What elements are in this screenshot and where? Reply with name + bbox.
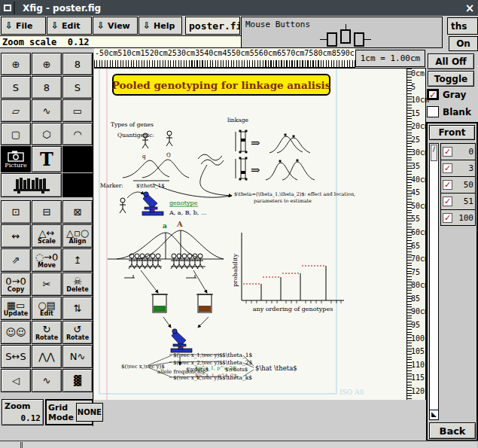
arc-button[interactable]: ◠ — [62, 123, 93, 145]
blank-checkbox[interactable] — [427, 106, 439, 117]
depth-row[interactable]: ✓ 3 — [440, 160, 476, 176]
marker-label: Marker: — [100, 182, 123, 189]
depth-scrollbar[interactable]: ∕ ◣ — [429, 143, 439, 420]
depths-on-button[interactable]: On — [449, 36, 478, 51]
arc-point-button[interactable]: ◁ — [1, 369, 31, 392]
depth-scrollbar-thumb[interactable]: ∕ — [431, 145, 437, 161]
horizontal-scrollbar[interactable] — [0, 440, 478, 448]
hruler-label: -5 — [95, 49, 104, 57]
stick-figure — [120, 198, 126, 213]
convert-spline-button[interactable]: N∿ — [62, 345, 93, 368]
drawing-modes: ⊕ ⊕ 8 S 8 S ▱ ∿ ▭ ▢ ⬡ ◠ — [0, 53, 93, 145]
ellipse-radius-button[interactable]: ⊕ — [1, 53, 31, 75]
library-books-icon — [13, 176, 50, 194]
hruler-label: 20cm — [150, 49, 168, 57]
glue-compound-button[interactable]: ⊡ — [1, 200, 31, 224]
depth-value: 100 — [454, 213, 473, 223]
open-interp-spline-button[interactable]: S — [62, 76, 93, 99]
pulldown-arrow-icon: ⇩ — [5, 20, 13, 31]
depth-checkbox[interactable]: ✓ — [443, 180, 452, 190]
scale-compound-button[interactable]: ⊠ — [62, 200, 93, 224]
depth-row[interactable]: ✓ 50 — [440, 176, 476, 193]
text-mode-button[interactable]: T — [32, 146, 62, 172]
fill-style-button[interactable]: ▓ — [62, 369, 93, 392]
zoom-setting-button[interactable]: Zoom 0.12 — [2, 399, 44, 425]
back-button[interactable]: Back — [429, 422, 476, 439]
menu-view[interactable]: ⇩ View — [93, 17, 138, 35]
camera-icon — [8, 151, 24, 162]
hruler-label: 70cm — [286, 49, 304, 57]
update-button[interactable]: ▦▭ Update — [1, 297, 31, 320]
figures-tool-button[interactable]: ☺☺ — [1, 321, 31, 344]
depth-row[interactable]: ✓ 0 — [440, 143, 476, 160]
closed-interp-spline-button[interactable]: 8 — [32, 76, 62, 99]
break-compound-button[interactable]: ⊟ — [32, 200, 62, 224]
scale-button[interactable]: △↔ Scale — [32, 224, 62, 248]
hruler-label: 55 — [250, 49, 259, 57]
mouse-right-button-icon — [354, 32, 364, 47]
rotate-ccw-button[interactable]: ↺ Rotate — [62, 321, 93, 344]
box-button[interactable]: ▭ — [62, 99, 93, 122]
all-off-button[interactable]: All Off — [428, 53, 474, 69]
close-button[interactable]: × — [461, 2, 478, 15]
hscroll-thumb[interactable] — [22, 442, 477, 448]
depth-checkbox[interactable]: ✓ — [443, 197, 452, 206]
polyline-button[interactable]: ∿ — [32, 99, 62, 122]
toggle-button[interactable]: Toggle — [428, 71, 474, 87]
depth-checkbox[interactable]: ✓ — [443, 147, 452, 157]
open-spline-button[interactable]: S — [1, 76, 31, 99]
depth-row[interactable]: ✓ 100 — [440, 209, 476, 226]
delete-button[interactable]: ☠ Delete — [62, 273, 93, 296]
depth-scrollbar-down-icon[interactable]: ◣ — [430, 410, 438, 419]
copy-button[interactable]: 0→0 Copy — [1, 273, 31, 296]
drawing-canvas[interactable]: ISO A0 Pooled genotyping for linkage ana… — [94, 68, 406, 400]
scale-indicator: 1cm = 1.00cm — [355, 50, 425, 67]
window-menu-button[interactable] — [2, 2, 15, 14]
horizontal-ruler[interactable]: -50cm510cm1520cm2530cm3540cm4550cm5560cm… — [94, 48, 355, 68]
gray-label: Gray — [443, 90, 466, 100]
hruler-label: 0cm — [104, 49, 117, 57]
hruler-label: 90c — [341, 49, 355, 57]
depth-checkbox[interactable]: ✓ — [443, 213, 452, 223]
regular-polygon-button[interactable]: ⬡ — [32, 123, 62, 145]
linkage-label: linkage — [227, 117, 248, 123]
shift-point-button[interactable]: ⇗ — [1, 248, 31, 272]
beaker-green-icon — [151, 294, 168, 312]
raise-button[interactable]: ↥ — [62, 248, 93, 272]
svg-text:q: q — [142, 154, 146, 160]
mouse-left-button-icon — [327, 32, 337, 47]
theta-note-line2: parameters to estimate — [254, 198, 312, 204]
blank-label: Blank — [443, 107, 471, 117]
gray-checkbox[interactable]: ✓ — [427, 89, 439, 100]
library-mode-button[interactable] — [1, 173, 62, 197]
vertical-ruler[interactable]: 0cm510cm1520cm2530cm3540cm4550cm5560cm65… — [406, 68, 426, 400]
stretch-button[interactable]: S↔S — [1, 345, 31, 368]
zoom-value: 0.12 — [5, 413, 41, 423]
closed-polyline-button[interactable]: ▱ — [1, 99, 31, 122]
rotate-cw-button[interactable]: ↻ Rotate — [32, 321, 62, 344]
ellipse-diameter-button[interactable]: ⊕ — [32, 53, 62, 75]
move-point-button[interactable]: ↭ — [1, 224, 31, 248]
grid-mode-value: NONE — [76, 403, 103, 422]
hruler-label: 40cm — [204, 49, 222, 57]
grid-mode-button[interactable]: GridMode NONE — [45, 399, 93, 425]
closed-spline-button[interactable]: 8 — [62, 53, 93, 75]
mouse-stem — [346, 24, 346, 29]
align-button[interactable]: △▫○ Align — [62, 224, 93, 248]
edit-object-button[interactable]: ○▤ Edit — [32, 297, 62, 320]
front-button[interactable]: Front — [429, 125, 475, 140]
cut-button[interactable]: ✂ — [32, 273, 62, 296]
mouse-buttons-panel: Mouse Buttons — [241, 17, 443, 48]
menu-file[interactable]: ⇩ File — [1, 17, 46, 35]
poster-title-box: Pooled genotyping for linkage analisis — [112, 75, 331, 95]
menu-edit[interactable]: ⇩ Edit — [47, 17, 92, 35]
depth-checkbox[interactable]: ✓ — [443, 163, 452, 173]
smooth-button[interactable]: ⋀⋀ — [32, 345, 62, 368]
picture-mode-button[interactable]: Picture — [1, 146, 31, 172]
arc-box-button[interactable]: ▢ — [1, 123, 31, 145]
measure-button[interactable]: ∿ — [32, 369, 62, 392]
move-button[interactable]: ◌→0 Move — [32, 248, 62, 272]
menu-help[interactable]: ⇩ Help — [139, 17, 182, 35]
depth-row[interactable]: ✓ 51 — [440, 193, 476, 209]
flip-button[interactable]: ⇅ — [62, 297, 93, 320]
